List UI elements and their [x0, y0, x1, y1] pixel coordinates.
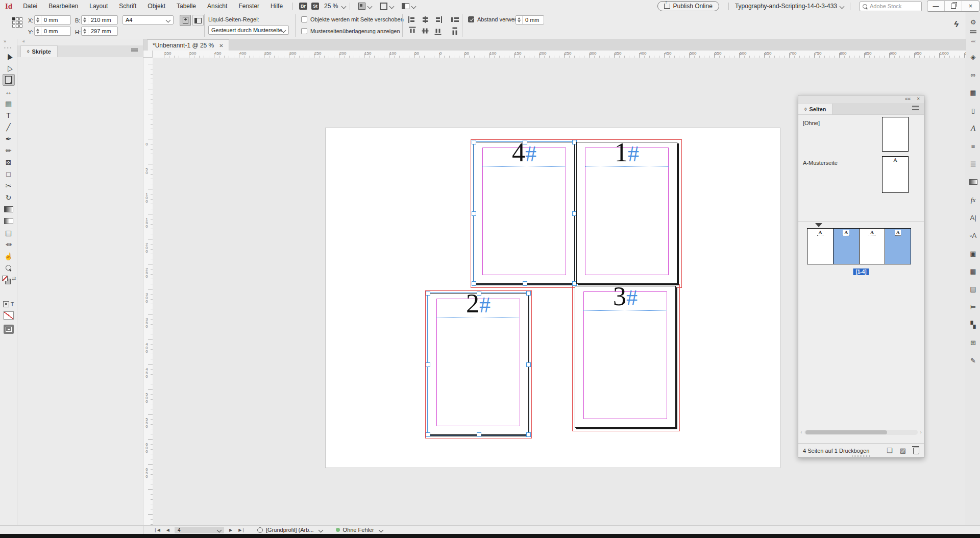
- pages-panel-icon[interactable]: ▯: [967, 102, 979, 119]
- close-button[interactable]: ×: [962, 1, 979, 11]
- portrait-orientation-button[interactable]: [180, 15, 191, 26]
- selection-handle[interactable]: [426, 432, 430, 437]
- stroke-panel-icon[interactable]: ☰: [967, 155, 979, 173]
- distribute-horizontal-button[interactable]: [451, 16, 459, 23]
- scrollbar-track[interactable]: [804, 430, 918, 435]
- height-field[interactable]: 297 mm: [81, 27, 118, 36]
- vertical-ruler[interactable]: 050100150200250300350400450500550600650: [143, 58, 153, 526]
- panel-close-icon[interactable]: ×: [917, 96, 920, 102]
- pencil-tool[interactable]: ✏: [3, 144, 15, 156]
- tab-seiten[interactable]: ◊ Seiten: [798, 104, 832, 114]
- document-tab-close-icon[interactable]: ✕: [219, 43, 223, 48]
- table-panel-icon[interactable]: ▦: [967, 262, 979, 280]
- restore-button[interactable]: [944, 1, 962, 11]
- free-transform-tool[interactable]: ↻: [3, 191, 15, 203]
- objects-move-checkbox[interactable]: [301, 16, 307, 22]
- fill-swatch[interactable]: [2, 276, 8, 281]
- page-range-badge[interactable]: [1-4]: [853, 268, 869, 275]
- new-spread-button[interactable]: ▨: [900, 447, 906, 454]
- page-number-frame[interactable]: 3#: [575, 283, 675, 310]
- align-panel-icon[interactable]: ⊨: [967, 298, 979, 316]
- swap-fill-stroke-icon[interactable]: ⇄: [12, 276, 16, 281]
- gear-icon[interactable]: ⚙: [970, 18, 976, 26]
- width-stepper[interactable]: [82, 16, 88, 24]
- panel-collapse-icon[interactable]: ««: [905, 96, 911, 102]
- selection-handle[interactable]: [472, 281, 476, 286]
- pathfinder-panel-icon[interactable]: ▚: [967, 316, 979, 334]
- delete-page-button[interactable]: [913, 448, 919, 454]
- content-collector-tool[interactable]: ▦: [3, 97, 15, 109]
- use-spacing-checkbox[interactable]: [468, 16, 474, 22]
- preflight-icon[interactable]: [257, 527, 263, 533]
- minimize-button[interactable]: —: [927, 1, 944, 11]
- document-tab[interactable]: *Unbenannt-1 @ 25 % ✕: [147, 39, 229, 51]
- menu-item[interactable]: Ansicht: [202, 0, 233, 12]
- drag-handle[interactable]: [4, 47, 13, 48]
- gpu-performance-icon[interactable]: ϟ: [954, 19, 959, 30]
- links-panel-icon[interactable]: ∞: [967, 66, 979, 84]
- master-none-label[interactable]: [Ohne]: [803, 120, 820, 126]
- spacing-stepper[interactable]: [516, 16, 523, 24]
- screen-mode-button[interactable]: [4, 325, 14, 334]
- master-overlay-checkbox[interactable]: [301, 28, 307, 34]
- paragraph-panel-icon[interactable]: ≡: [967, 137, 979, 155]
- page-number-frame[interactable]: 1#: [577, 139, 677, 166]
- gap-tool[interactable]: ↔: [3, 86, 15, 97]
- pen-tool[interactable]: ✒: [3, 133, 15, 144]
- selection-handle[interactable]: [526, 291, 531, 296]
- character-panel-icon[interactable]: A|: [967, 209, 979, 227]
- height-stepper[interactable]: [82, 27, 88, 35]
- bridge-button[interactable]: Br: [299, 3, 307, 10]
- chevron-down-icon[interactable]: [318, 527, 323, 532]
- no-errors-label[interactable]: Ohne Fehler: [343, 527, 374, 533]
- seiten-panel-menu-icon[interactable]: [912, 106, 919, 110]
- selection-handle[interactable]: [526, 362, 531, 367]
- view-options-dropdown[interactable]: [358, 3, 372, 10]
- character-styles-panel-icon[interactable]: A: [967, 119, 979, 137]
- menu-item[interactable]: Fenster: [233, 0, 265, 12]
- selection-handle[interactable]: [477, 432, 481, 437]
- glyphs-panel-icon[interactable]: ▫A: [967, 227, 979, 244]
- align-bottom-button[interactable]: [435, 27, 442, 35]
- spacing-field[interactable]: 0 mm: [516, 15, 544, 25]
- publish-online-button[interactable]: Publish Online: [657, 1, 719, 11]
- objects-move-checkbox-row[interactable]: Objekte werden mit Seite verschoben: [301, 16, 404, 22]
- hand-tool[interactable]: ☝: [3, 250, 15, 262]
- edit-page-size-button[interactable]: ❏: [887, 447, 893, 454]
- tab-skripte[interactable]: ◊ Skripte: [20, 45, 58, 57]
- horizontal-ruler[interactable]: 5505004504003503002502001501005005010015…: [153, 51, 966, 58]
- zoom-level-value[interactable]: 25 %: [324, 3, 338, 10]
- menu-item[interactable]: Datei: [17, 0, 43, 12]
- reference-point-selector[interactable]: [12, 17, 22, 28]
- pages-scrollbar[interactable]: ‹ ›: [798, 429, 924, 436]
- selection-handle[interactable]: [426, 362, 430, 367]
- last-page-button[interactable]: ▶❘: [235, 528, 248, 532]
- direct-selection-tool[interactable]: ▷: [3, 62, 15, 74]
- y-stepper[interactable]: [35, 27, 41, 35]
- note-tool[interactable]: ▤: [3, 227, 15, 238]
- selection-handle[interactable]: [523, 281, 527, 286]
- x-stepper[interactable]: [35, 16, 41, 24]
- line-tool[interactable]: ╱: [3, 121, 15, 133]
- skripte-panel-menu-icon[interactable]: [131, 48, 138, 53]
- page-tool[interactable]: [3, 74, 15, 86]
- next-page-button[interactable]: ▶: [226, 528, 235, 532]
- transform-panel-icon[interactable]: ⊞: [967, 334, 979, 352]
- pages-spread-strip[interactable]: AAAA: [807, 228, 911, 264]
- page-size-select[interactable]: A4: [122, 15, 174, 25]
- selection-handle[interactable]: [472, 211, 476, 216]
- table-styles-panel-icon[interactable]: ▤: [967, 280, 979, 298]
- formatting-affects-container-button[interactable]: [3, 301, 9, 307]
- selection-handle[interactable]: [472, 140, 476, 144]
- canvas-page-1[interactable]: 1#: [576, 142, 677, 284]
- menu-item[interactable]: Objekt: [142, 0, 171, 12]
- page-thumbnail[interactable]: A: [834, 229, 860, 264]
- gradient-panel-icon[interactable]: [967, 173, 979, 191]
- selection-tool[interactable]: ▶: [3, 51, 15, 62]
- menu-item[interactable]: Bearbeiten: [43, 0, 84, 12]
- canvas-page-2[interactable]: 2#: [428, 293, 529, 435]
- selection-handle[interactable]: [523, 140, 527, 144]
- dock-menu-icon[interactable]: [970, 30, 976, 35]
- page-thumbnail[interactable]: A: [807, 229, 834, 264]
- menu-item[interactable]: Tabelle: [171, 0, 202, 12]
